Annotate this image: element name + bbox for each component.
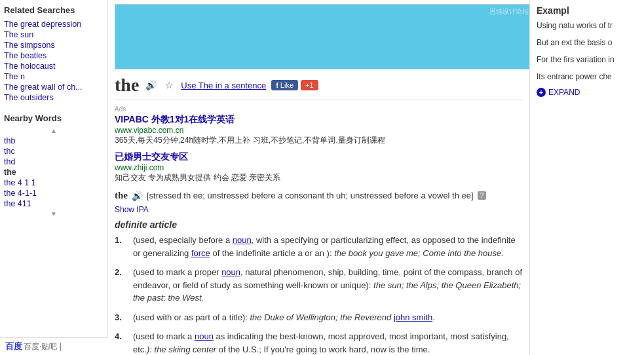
related-link[interactable]: The great depression	[4, 19, 104, 29]
force-link[interactable]: force	[191, 248, 210, 258]
nearby-item: thd	[4, 157, 104, 167]
related-link[interactable]: The simpsons	[4, 40, 104, 50]
nearby-link[interactable]: thb	[4, 136, 104, 146]
def-text: (used to mark a proper noun, natural phe…	[133, 266, 523, 305]
nearby-link[interactable]: thc	[4, 146, 104, 157]
baidu-label: 百度·贴吧 |	[24, 341, 62, 352]
facebook-like-button[interactable]: f Like	[271, 80, 298, 90]
expand-right-label: EXPAND	[548, 88, 580, 97]
related-item: The great depression	[4, 19, 104, 29]
definition-item: 1.(used, especially before a noun, with …	[115, 234, 523, 259]
john-smith-link[interactable]: john smith	[394, 312, 432, 322]
ads-label: Ads	[115, 105, 523, 113]
nearby-words-section: Nearby Words ▲ thbthcthdthethe 4 1 1the …	[4, 113, 104, 219]
pron-word: the	[115, 190, 128, 201]
nearby-link[interactable]: the 4 1 1	[4, 178, 104, 188]
related-item: The great wall of ch...	[4, 82, 104, 92]
ad-desc-2: 知己交友 专为成熟男女提供 约会 恋爱 亲密关系	[115, 172, 523, 183]
baidu-logo: 百度	[5, 341, 22, 352]
fb-icon: f	[276, 81, 278, 89]
show-ipa-link[interactable]: Show IPA	[115, 205, 149, 214]
pronunciation-text: [stressed th ee; unstressed before a con…	[147, 191, 474, 200]
ad-title-1[interactable]: VIPABC 外教1对1在线学英语	[115, 114, 523, 126]
nearby-item: the 4 1 1	[4, 178, 104, 188]
ad-desc-1: 365天,每天45分钟,24h随时学,不用上补 习班,不抄笔记,不背单词,量身订…	[115, 135, 523, 146]
noun-link[interactable]: noun	[195, 331, 214, 341]
part-of-speech: definite article	[115, 219, 523, 230]
related-item: The outsiders	[4, 92, 104, 103]
ad-url-2: www.zhiji.com	[115, 163, 523, 172]
related-searches-title: Related Searches	[4, 5, 104, 15]
related-link[interactable]: The n	[4, 71, 104, 82]
expand-right-button[interactable]: + EXPAND	[537, 88, 637, 97]
ad-title-2[interactable]: 已婚男士交友专区	[115, 151, 523, 163]
definition-item: 4.(used to mark a noun as indicating the…	[115, 330, 523, 355]
definition-item: 3.(used with or as part of a title): the…	[115, 311, 523, 324]
nearby-item: the	[4, 167, 104, 178]
related-searches-list: The great depressionThe sunThe simpsonsT…	[4, 19, 104, 103]
related-item: The sun	[4, 29, 104, 40]
word-header: the 🔊 ☆ Use The in a sentence f Like +1	[108, 75, 529, 96]
ad-url-1: www.vipabc.com.cn	[115, 126, 523, 135]
related-link[interactable]: The outsiders	[4, 92, 104, 103]
nearby-item: the 4-1-1	[4, 188, 104, 198]
pronunciation-line: the 🔊 [stressed th ee; unstressed before…	[115, 190, 523, 214]
definition-item: 2.(used to mark a proper noun, natural p…	[115, 266, 523, 305]
banner-image: 思综设计论坛 www.missyuan.com	[115, 4, 529, 69]
related-link[interactable]: The sun	[4, 29, 104, 40]
nearby-link[interactable]: the	[4, 167, 104, 178]
banner-watermark: 思综设计论坛 www.missyuan.com	[489, 7, 529, 16]
def-number: 3.	[115, 311, 128, 324]
ad-item-2: 已婚男士交友专区 www.zhiji.com 知己交友 专为成熟男女提供 约会 …	[115, 151, 523, 183]
related-link[interactable]: The holocaust	[4, 61, 104, 71]
noun-link[interactable]: noun	[233, 235, 252, 245]
main-content: 思综设计论坛 www.missyuan.com the 🔊 ☆ Use The …	[108, 0, 529, 355]
nearby-link[interactable]: thd	[4, 157, 104, 167]
related-item: The beatles	[4, 50, 104, 61]
related-link[interactable]: The beatles	[4, 50, 104, 61]
nearby-link[interactable]: the 4-1-1	[4, 188, 104, 198]
related-link[interactable]: The great wall of ch...	[4, 82, 104, 92]
def-text: (used, especially before a noun, with a …	[133, 234, 523, 259]
related-item: The n	[4, 71, 104, 82]
google-plus-button[interactable]: +1	[301, 80, 318, 90]
audio-icon[interactable]: 🔊	[144, 79, 157, 92]
definition-list: 1.(used, especially before a noun, with …	[115, 234, 523, 355]
def-number: 2.	[115, 266, 128, 305]
word-title: the	[115, 75, 139, 96]
nearby-link[interactable]: the 411	[4, 198, 104, 209]
example-text-2: But an ext the basis o	[537, 37, 637, 48]
pron-audio-icon[interactable]: 🔊	[132, 191, 143, 201]
example-text-1: Using natu works of tr	[537, 20, 637, 31]
separator	[115, 100, 523, 100]
pron-help-button[interactable]: ?	[478, 191, 487, 200]
star-icon[interactable]: ☆	[162, 79, 176, 92]
ad-item-1: VIPABC 外教1对1在线学英语 www.vipabc.com.cn 365天…	[115, 114, 523, 146]
def-number: 1.	[115, 234, 128, 259]
right-panel: Exampl Using natu works of tr But an ext…	[529, 0, 644, 355]
def-number: 4.	[115, 330, 128, 355]
gplus-label: +1	[305, 81, 314, 89]
related-item: The simpsons	[4, 40, 104, 50]
noun-link[interactable]: noun	[221, 267, 240, 277]
nearby-words-title: Nearby Words	[4, 113, 104, 123]
def-text: (used to mark a noun as indicating the b…	[133, 330, 523, 355]
example-text-3: For the firs variation in	[537, 54, 637, 65]
example-text-4: Its entranc power che	[537, 71, 637, 83]
ads-section: Ads VIPABC 外教1对1在线学英语 www.vipabc.com.cn …	[108, 105, 529, 183]
def-text: (used with or as part of a title): the D…	[133, 311, 523, 324]
scroll-down-button[interactable]: ▼	[4, 209, 104, 219]
nearby-item: thc	[4, 146, 104, 157]
nearby-words-list: thbthcthdthethe 4 1 1the 4-1-1the 411	[4, 136, 104, 209]
nearby-item: the 411	[4, 198, 104, 209]
sidebar: Related Searches The great depressionThe…	[0, 0, 108, 355]
pronunciation-section: the 🔊 [stressed th ee; unstressed before…	[108, 190, 529, 214]
use-in-sentence-link[interactable]: Use The in a sentence	[181, 81, 266, 90]
fb-like-label: Like	[280, 81, 294, 89]
social-buttons: f Like +1	[271, 80, 318, 90]
related-item: The holocaust	[4, 61, 104, 71]
nearby-item: thb	[4, 136, 104, 146]
baidu-footer: 百度 百度·贴吧 |	[0, 337, 108, 355]
examples-title: Exampl	[537, 5, 637, 16]
scroll-up-button[interactable]: ▲	[4, 126, 104, 136]
